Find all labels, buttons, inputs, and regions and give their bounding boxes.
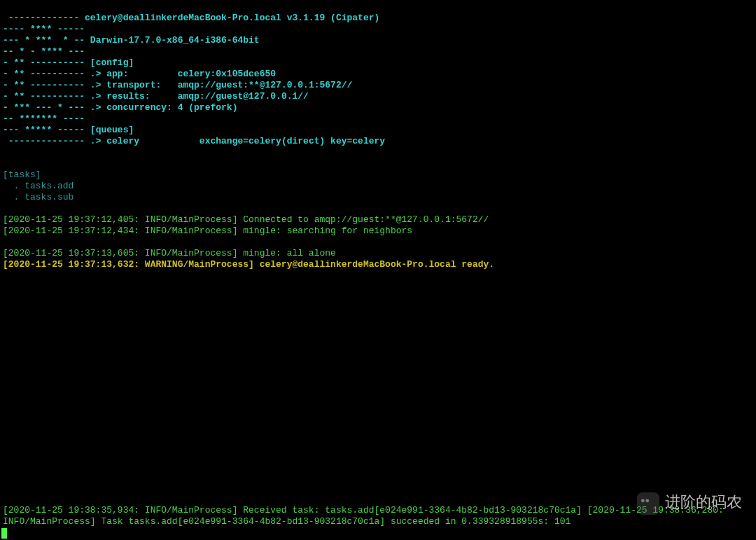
tasks-header: [tasks]: [3, 169, 41, 180]
banner-line: - *** --- * ---: [3, 102, 85, 113]
terminal-cursor[interactable]: [1, 528, 7, 539]
wechat-icon: [637, 492, 659, 515]
task-item: . tasks.add: [3, 181, 74, 191]
banner-line: - ** ----------: [3, 57, 85, 68]
banner-line: - ** ----------: [3, 80, 85, 90]
log-info-line: [2020-11-25 19:37:12,434: INFO/MainProce…: [3, 226, 412, 236]
banner-line: --- ***** -----: [3, 125, 85, 135]
terminal-output: ------------- celery@deallinkerdeMacBook…: [0, 0, 756, 272]
log-warning-line: [2020-11-25 19:37:13,632: WARNING/MainPr…: [3, 259, 494, 270]
watermark: 进阶的码农: [637, 492, 742, 515]
banner-line: -------------: [3, 13, 79, 23]
task-item: . tasks.sub: [3, 192, 74, 202]
banner-line: --------------: [3, 136, 85, 146]
banner-line: -- ******* ----: [3, 113, 85, 124]
watermark-text: 进阶的码农: [665, 498, 742, 509]
banner-line: - ** ----------: [3, 69, 85, 79]
log-info-line: [2020-11-25 19:37:12,405: INFO/MainProce…: [3, 214, 489, 225]
log-info-line: [2020-11-25 19:37:13,605: INFO/MainProce…: [3, 248, 336, 258]
banner-line: - ** ----------: [3, 91, 85, 102]
banner-line: -- * - **** ---: [3, 46, 85, 57]
banner-line: ---- **** -----: [3, 24, 85, 34]
banner-line: --- * *** * --: [3, 35, 85, 46]
log-info-line: [2020-11-25 19:38:35,934: INFO/MainProce…: [3, 505, 582, 515]
